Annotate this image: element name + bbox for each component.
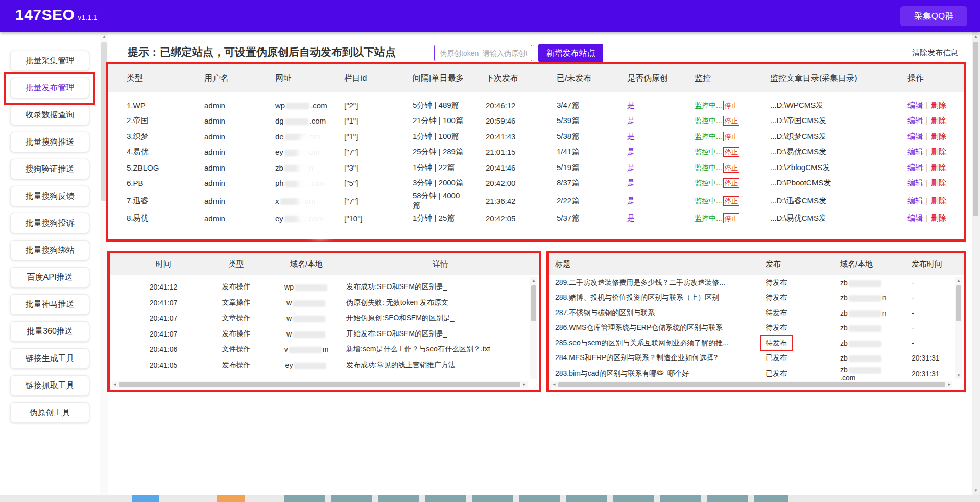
scroll-up-icon[interactable]: ▲ bbox=[530, 278, 537, 283]
qq-group-button[interactable]: 采集QQ群 bbox=[900, 6, 967, 26]
domain-suffix: m bbox=[323, 345, 329, 353]
sidebar-item[interactable]: 批量采集管理 bbox=[10, 51, 89, 71]
article-status: 待发布 bbox=[766, 323, 787, 332]
site-monitor-dir: ...D:\ZblogCMS发 bbox=[770, 163, 907, 173]
redacted-domain bbox=[286, 103, 309, 109]
article-title: 285.seo与sem的区别与关系互联网创业必须了解的推... bbox=[555, 339, 758, 348]
edit-link[interactable]: 编辑 bbox=[907, 213, 923, 222]
article-domain: zb bbox=[815, 354, 891, 362]
scroll-up-icon[interactable]: ▲ bbox=[100, 34, 108, 39]
sidebar-item[interactable]: 批量搜狗投诉 bbox=[10, 213, 89, 233]
articles-vertical-scrollbar[interactable]: ▲ ▼ bbox=[955, 277, 962, 379]
sidebar-item[interactable]: 批量360推送 bbox=[10, 321, 89, 342]
edit-link[interactable]: 编辑 bbox=[907, 163, 923, 172]
sidebar-item[interactable]: 批量神马推送 bbox=[10, 294, 89, 315]
sidebar-item[interactable]: 伪原创工具 bbox=[10, 402, 89, 423]
scroll-down-icon[interactable]: ▼ bbox=[972, 488, 980, 493]
delete-link[interactable]: 删除 bbox=[931, 196, 946, 205]
pseudo-token-input[interactable] bbox=[434, 45, 532, 61]
log-vertical-scrollbar[interactable]: ▲ bbox=[530, 277, 537, 379]
log-time: 20:41:06 bbox=[125, 345, 202, 353]
articles-horizontal-scrollbar[interactable]: ◄ ► bbox=[551, 381, 952, 388]
edit-link[interactable]: 编辑 bbox=[907, 196, 923, 205]
clear-publish-info-link[interactable]: 清除发布信息 bbox=[912, 48, 958, 58]
sidebar-item[interactable]: 收录数据查询 bbox=[10, 105, 89, 125]
delete-link[interactable]: 删除 bbox=[931, 101, 946, 109]
edit-link[interactable]: 编辑 bbox=[907, 116, 923, 125]
stop-button[interactable]: 停止 bbox=[723, 132, 739, 141]
site-type: 7.迅睿 bbox=[127, 196, 204, 206]
site-monitor-cell: 监控中...停止 bbox=[695, 132, 770, 141]
scrollbar-thumb[interactable] bbox=[119, 382, 520, 387]
scrollbar-thumb[interactable] bbox=[973, 42, 978, 216]
stop-button[interactable]: 停止 bbox=[723, 116, 739, 126]
stop-button[interactable]: 停止 bbox=[723, 178, 739, 188]
stop-button[interactable]: 停止 bbox=[723, 147, 739, 157]
edit-link[interactable]: 编辑 bbox=[907, 178, 923, 187]
stop-button[interactable]: 停止 bbox=[723, 163, 739, 173]
scroll-right-icon[interactable]: ► bbox=[522, 381, 527, 388]
url-suffix: .com bbox=[310, 101, 327, 110]
delete-link[interactable]: 删除 bbox=[931, 147, 946, 156]
site-monitor-dir: ...D:\WPCMS发 bbox=[770, 101, 907, 110]
sidebar-item[interactable]: 批量发布管理 bbox=[10, 78, 89, 98]
sidebar-item[interactable]: 批量搜狗推送 bbox=[10, 132, 89, 152]
site-username: admin bbox=[204, 197, 275, 205]
article-row: 285.seo与sem的区别与关系互联网创业必须了解的推... 待发布 zb - bbox=[549, 336, 964, 351]
stop-button[interactable]: 停止 bbox=[723, 213, 739, 223]
edit-link[interactable]: 编辑 bbox=[907, 132, 923, 140]
site-interval: 3分钟 | 2000篇 bbox=[413, 178, 486, 188]
log-time: 20:41:05 bbox=[125, 361, 202, 369]
site-next-publish: 20:46:12 bbox=[486, 101, 557, 110]
sidebar-item[interactable]: 批量搜狗反馈 bbox=[10, 186, 89, 206]
site-row: 4.易优 admin eyom ["7"] 25分钟 | 289篇 21:01:… bbox=[108, 145, 964, 160]
site-pseudo-flag: 是 bbox=[627, 163, 695, 173]
site-column-id: ["5"] bbox=[344, 179, 413, 187]
scroll-up-icon[interactable]: ▲ bbox=[955, 278, 962, 283]
delete-link[interactable]: 删除 bbox=[931, 163, 946, 172]
sidebar-item[interactable]: 批量搜狗绑站 bbox=[10, 240, 89, 260]
article-publish-time: - bbox=[891, 294, 964, 302]
site-row: 5.ZBLOG admin zbn ["3"] 1分钟 | 22篇 20:41:… bbox=[108, 160, 964, 176]
redacted-domain bbox=[289, 347, 322, 353]
log-header: 时间 类型 域名/本地 详情 bbox=[110, 253, 539, 275]
scroll-down-icon[interactable]: ▼ bbox=[955, 373, 962, 378]
article-publish-time: 20:31:31 bbox=[891, 354, 964, 362]
edit-link[interactable]: 编辑 bbox=[907, 147, 923, 156]
delete-link[interactable]: 删除 bbox=[931, 213, 946, 222]
delete-link[interactable]: 删除 bbox=[931, 116, 946, 125]
site-actions: 编辑|删除 bbox=[907, 116, 964, 126]
stop-button[interactable]: 停止 bbox=[723, 196, 739, 206]
redacted-domain bbox=[284, 165, 308, 172]
add-publish-site-button[interactable]: 新增发布站点 bbox=[538, 44, 603, 62]
site-url: wp.com bbox=[275, 101, 344, 110]
scroll-left-icon[interactable]: ◄ bbox=[552, 381, 556, 388]
site-type: 4.易优 bbox=[127, 147, 204, 157]
site-monitor-dir: ...D:\易优CMS发 bbox=[770, 147, 907, 157]
site-username: admin bbox=[204, 132, 275, 141]
sidebar-item[interactable]: 搜狗验证推送 bbox=[10, 159, 89, 179]
stop-button[interactable]: 停止 bbox=[723, 101, 739, 110]
delete-link[interactable]: 删除 bbox=[931, 132, 946, 140]
scroll-left-icon[interactable]: ◄ bbox=[113, 381, 117, 388]
redacted-domain bbox=[849, 341, 881, 347]
page-scrollbar[interactable]: ▲ ▼ bbox=[972, 32, 980, 502]
site-monitor-cell: 监控中...停止 bbox=[695, 116, 770, 126]
sidebar-item[interactable]: 链接抓取工具 bbox=[10, 375, 89, 396]
scrollbar-thumb[interactable] bbox=[956, 285, 961, 321]
scrollbar-thumb[interactable] bbox=[531, 285, 536, 321]
sidebar-item[interactable]: 百度API推送 bbox=[10, 267, 89, 288]
scroll-right-icon[interactable]: ► bbox=[947, 381, 951, 388]
url-prefix: dg bbox=[275, 116, 284, 125]
scrollbar-thumb[interactable] bbox=[558, 382, 945, 387]
delete-link[interactable]: 删除 bbox=[931, 178, 946, 187]
site-actions: 编辑|删除 bbox=[907, 101, 964, 110]
site-published-count: 5/37篇 bbox=[557, 213, 627, 223]
site-column-id: ["1"] bbox=[344, 132, 413, 141]
sidebar-item[interactable]: 链接生成工具 bbox=[10, 348, 89, 369]
site-next-publish: 20:42:05 bbox=[486, 214, 557, 223]
log-horizontal-scrollbar[interactable]: ◄ ► bbox=[112, 381, 528, 388]
edit-link[interactable]: 编辑 bbox=[907, 101, 923, 109]
domain-prefix: w bbox=[286, 314, 292, 322]
scroll-up-icon[interactable]: ▲ bbox=[972, 34, 980, 39]
